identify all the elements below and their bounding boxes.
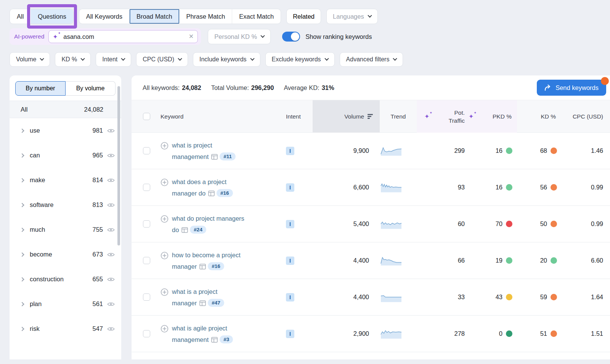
- personal-kd-dropdown[interactable]: Personal KD %: [208, 29, 271, 44]
- column-header-keyword[interactable]: Keyword: [153, 100, 286, 133]
- ranking-position-badge[interactable]: #47: [208, 299, 224, 307]
- eye-toggle[interactable]: [107, 250, 115, 259]
- eye-toggle[interactable]: [107, 151, 115, 160]
- eye-toggle[interactable]: [107, 325, 115, 333]
- serp-features-icon[interactable]: [199, 264, 206, 269]
- column-header-pot-traffic[interactable]: ✦✦ Pot. Traffic: [417, 100, 466, 133]
- keyword-link[interactable]: what is agile projectmanagement: [172, 325, 227, 343]
- eye-icon[interactable]: [107, 250, 115, 259]
- filter-exclude-keywords-dropdown[interactable]: Exclude keywords: [265, 52, 335, 67]
- tab-exact-match[interactable]: Exact Match: [232, 9, 281, 24]
- serp-features-icon[interactable]: [199, 300, 206, 306]
- sidebar-item-construction[interactable]: construction655: [10, 267, 121, 292]
- sidebar-item-can[interactable]: can965: [10, 143, 121, 168]
- row-checkbox[interactable]: [143, 147, 150, 154]
- serp-features-icon[interactable]: [208, 191, 215, 196]
- eye-toggle[interactable]: [107, 201, 115, 209]
- row-checkbox[interactable]: [143, 184, 150, 191]
- chevron-right-icon[interactable]: [20, 228, 24, 232]
- eye-icon[interactable]: [107, 151, 115, 160]
- chevron-right-icon[interactable]: [20, 203, 24, 207]
- sidebar-item-use[interactable]: use981: [10, 118, 121, 143]
- eye-icon[interactable]: [107, 201, 115, 209]
- eye-icon[interactable]: [107, 176, 115, 184]
- add-keyword-icon[interactable]: [161, 288, 169, 296]
- languages-dropdown[interactable]: Languages: [326, 9, 378, 24]
- tab-broad-match[interactable]: Broad Match: [130, 9, 180, 24]
- eye-icon[interactable]: [107, 325, 115, 333]
- sidebar-item-become[interactable]: become673: [10, 242, 121, 267]
- serp-features-icon[interactable]: [211, 337, 218, 343]
- eye-icon[interactable]: [107, 226, 115, 234]
- search-input[interactable]: [63, 33, 189, 40]
- tab-all[interactable]: All: [10, 9, 31, 24]
- tab-questions[interactable]: Questions: [31, 9, 73, 24]
- tab-all-keywords[interactable]: All Keywords: [79, 9, 130, 24]
- ranking-position-badge[interactable]: #3: [220, 335, 233, 343]
- add-keyword-icon[interactable]: [161, 325, 169, 333]
- ranking-position-badge[interactable]: #11: [220, 152, 236, 160]
- keyword-search-box[interactable]: ✦✦ ✕: [48, 30, 198, 43]
- eye-icon[interactable]: [107, 275, 115, 284]
- column-header-pkd[interactable]: ✦✦ PKD %: [466, 100, 517, 133]
- chevron-right-icon[interactable]: [20, 178, 24, 182]
- eye-toggle[interactable]: [107, 127, 115, 135]
- row-checkbox[interactable]: [143, 220, 150, 228]
- row-checkbox[interactable]: [143, 293, 150, 301]
- intent-badge[interactable]: I: [286, 257, 294, 265]
- tab-phrase-match[interactable]: Phrase Match: [180, 9, 233, 24]
- add-keyword-icon[interactable]: [161, 215, 169, 223]
- chevron-right-icon[interactable]: [20, 128, 24, 133]
- filter-kd-dropdown[interactable]: KD %: [55, 52, 91, 67]
- add-keyword-icon[interactable]: [161, 252, 169, 260]
- sidebar-item-software[interactable]: software813: [10, 192, 121, 217]
- intent-badge[interactable]: I: [286, 147, 294, 155]
- ranking-position-badge[interactable]: #24: [190, 226, 206, 234]
- filter-include-keywords-dropdown[interactable]: Include keywords: [193, 52, 260, 67]
- chevron-right-icon[interactable]: [20, 252, 24, 257]
- send-keywords-button[interactable]: Send keywords: [537, 80, 606, 96]
- intent-badge[interactable]: I: [286, 183, 294, 192]
- sidebar-item-make[interactable]: make814: [10, 168, 121, 192]
- row-checkbox[interactable]: [143, 330, 150, 337]
- chevron-right-icon[interactable]: [20, 302, 24, 306]
- column-header-trend[interactable]: Trend: [380, 100, 417, 133]
- chevron-right-icon[interactable]: [20, 327, 24, 331]
- select-all-checkbox[interactable]: [143, 113, 150, 120]
- column-header-intent[interactable]: Intent: [286, 100, 313, 133]
- sidebar-tab-by-number[interactable]: By number: [15, 81, 66, 96]
- filter-cpc-usd-dropdown[interactable]: CPC (USD): [136, 52, 188, 67]
- filter-volume-dropdown[interactable]: Volume: [10, 52, 50, 67]
- add-keyword-icon[interactable]: [161, 142, 169, 150]
- sidebar-tab-by-volume[interactable]: By volume: [66, 81, 116, 96]
- intent-badge[interactable]: I: [286, 220, 294, 228]
- eye-toggle[interactable]: [107, 300, 115, 308]
- row-checkbox[interactable]: [143, 257, 150, 264]
- sidebar-item-plan[interactable]: plan561: [10, 292, 121, 316]
- sidebar-item-all[interactable]: All 24,082: [10, 101, 121, 118]
- filter-intent-dropdown[interactable]: Intent: [96, 52, 131, 67]
- clear-search-icon[interactable]: ✕: [189, 34, 194, 40]
- eye-icon[interactable]: [107, 127, 115, 135]
- column-header-cpc[interactable]: CPC (USD): [562, 100, 610, 133]
- keyword-link[interactable]: how to become a projectmanager: [172, 252, 241, 270]
- sidebar-scrollbar[interactable]: [117, 86, 120, 245]
- keyword-link[interactable]: what is projectmanagement: [172, 142, 212, 160]
- add-keyword-icon[interactable]: [161, 178, 169, 186]
- chevron-right-icon[interactable]: [20, 153, 24, 157]
- eye-toggle[interactable]: [107, 226, 115, 234]
- intent-badge[interactable]: I: [286, 293, 294, 301]
- ranking-position-badge[interactable]: #16: [208, 262, 224, 270]
- filter-advanced-filters-dropdown[interactable]: Advanced filters: [340, 52, 403, 67]
- intent-badge[interactable]: I: [286, 330, 294, 338]
- chevron-right-icon[interactable]: [20, 277, 24, 281]
- sidebar-item-risk[interactable]: risk547: [10, 316, 121, 341]
- sidebar-item-much[interactable]: much755: [10, 217, 121, 242]
- tab-related[interactable]: Related: [286, 9, 321, 24]
- eye-icon[interactable]: [107, 300, 115, 308]
- serp-features-icon[interactable]: [181, 227, 188, 233]
- column-header-kd[interactable]: KD %: [517, 100, 562, 133]
- ranking-position-badge[interactable]: #16: [217, 189, 233, 197]
- eye-toggle[interactable]: [107, 275, 115, 284]
- column-header-volume[interactable]: Volume: [313, 100, 380, 133]
